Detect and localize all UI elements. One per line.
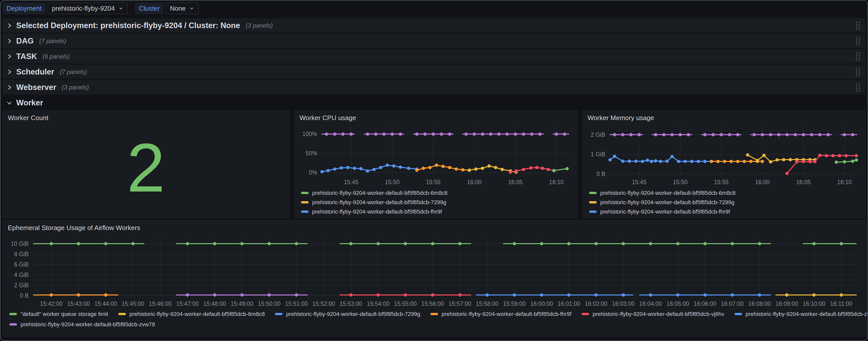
legend-item[interactable]: prehistoric-flyby-9204-worker-default-bf…: [301, 188, 577, 197]
legend-item[interactable]: "default" worker queue storage limit: [9, 309, 108, 319]
legend-label: prehistoric-flyby-9204-worker-default-bf…: [600, 209, 730, 215]
svg-text:16:02:00: 16:02:00: [585, 301, 608, 307]
cluster-variable-value: None: [170, 5, 186, 12]
worker-cpu-usage-panel: Worker CPU usage 15:4515:5015:5516:0016:…: [294, 110, 578, 218]
svg-text:15:56:00: 15:56:00: [421, 301, 444, 307]
ephemeral-storage-legend: "default" worker queue storage limitpreh…: [3, 309, 866, 329]
svg-text:15:45: 15:45: [344, 179, 359, 185]
chevron-right-icon: [6, 53, 13, 60]
legend-item[interactable]: prehistoric-flyby-9204-worker-default-bf…: [118, 309, 265, 319]
svg-text:15:55: 15:55: [714, 179, 728, 185]
legend-color-pill: [9, 323, 17, 326]
deployment-variable-dropdown[interactable]: prehistoric-flyby-9204: [48, 3, 128, 14]
drag-handle-icon[interactable]: [855, 36, 861, 45]
svg-text:16:05:00: 16:05:00: [666, 301, 689, 307]
legend-color-pill: [301, 192, 309, 194]
cluster-variable-label: Cluster: [135, 3, 164, 14]
svg-text:4 GiB: 4 GiB: [14, 272, 29, 278]
svg-text:15:59:00: 15:59:00: [503, 301, 526, 307]
panel-title: Worker CPU usage: [294, 111, 577, 123]
legend-item[interactable]: prehistoric-flyby-9204-worker-default-bf…: [589, 197, 865, 207]
svg-text:16:10: 16:10: [549, 179, 564, 185]
legend-item[interactable]: prehistoric-flyby-9204-worker-default-bf…: [275, 309, 420, 319]
legend-label: prehistoric-flyby-9204-worker-default-bf…: [129, 311, 265, 317]
stat-value: 2: [127, 133, 165, 202]
svg-text:16:03:00: 16:03:00: [612, 301, 635, 307]
legend-color-pill: [589, 211, 597, 213]
svg-text:15:54:00: 15:54:00: [367, 301, 390, 307]
svg-text:0 B: 0 B: [596, 171, 605, 177]
legend-label: prehistoric-flyby-9204-worker-default-bf…: [286, 311, 420, 317]
svg-text:6 GiB: 6 GiB: [14, 261, 29, 268]
svg-text:15:51:00: 15:51:00: [285, 301, 308, 307]
legend-item[interactable]: prehistoric-flyby-9204-worker-default-bf…: [430, 309, 571, 319]
legend-label: prehistoric-flyby-9204-worker-default-bf…: [442, 311, 571, 317]
legend-item[interactable]: prehistoric-flyby-9204-worker-default-bf…: [301, 197, 577, 207]
svg-text:16:11:00: 16:11:00: [830, 301, 852, 307]
ephemeral-storage-chart[interactable]: 15:42:0015:43:0015:44:0015:45:0015:46:00…: [7, 233, 863, 309]
legend-item[interactable]: prehistoric-flyby-9204-worker-default-bf…: [9, 320, 155, 329]
svg-text:16:00: 16:00: [467, 179, 482, 185]
grafana-dashboard: Deployment prehistoric-flyby-9204 Cluste…: [0, 0, 868, 341]
cluster-variable-dropdown[interactable]: None: [166, 3, 198, 14]
legend-item[interactable]: prehistoric-flyby-9204-worker-default-bf…: [301, 207, 577, 216]
svg-text:15:52:00: 15:52:00: [312, 301, 335, 307]
svg-text:15:45:00: 15:45:00: [122, 301, 145, 307]
legend-label: prehistoric-flyby-9204-worker-default-bf…: [746, 311, 868, 317]
worker-memory-usage-chart[interactable]: 15:4515:5015:5516:0016:0516:100 B1 GiB2 …: [587, 123, 862, 187]
deployment-variable-label: Deployment: [3, 3, 46, 14]
dashboard-row-worker[interactable]: Worker: [3, 95, 865, 110]
drag-handle-icon[interactable]: [855, 52, 861, 61]
chevron-right-icon: [6, 22, 13, 29]
legend-item[interactable]: prehistoric-flyby-9204-worker-default-bf…: [589, 207, 865, 216]
dashboard-row-scheduler[interactable]: Scheduler(7 panels): [3, 65, 865, 79]
drag-handle-icon[interactable]: [855, 83, 861, 92]
svg-text:2 GiB: 2 GiB: [14, 282, 29, 288]
svg-text:16:00: 16:00: [755, 179, 770, 185]
drag-handle-icon[interactable]: [855, 21, 861, 30]
row-panel-count: (3 panels): [246, 22, 273, 29]
svg-text:15:45: 15:45: [632, 179, 647, 185]
dashboard-row-dag[interactable]: DAG(7 panels): [3, 34, 865, 48]
worker-cpu-usage-chart[interactable]: 15:4515:5015:5516:0016:0516:100%50%100%: [299, 123, 574, 187]
legend-color-pill: [301, 201, 309, 204]
legend-color-pill: [9, 313, 17, 315]
row-panel-count: (7 panels): [39, 37, 66, 44]
ephemeral-storage-panel: Ephemeral Storage Usage of Airflow Worke…: [3, 220, 866, 337]
svg-text:50%: 50%: [306, 150, 317, 157]
chevron-right-icon: [6, 69, 13, 75]
svg-text:1 GiB: 1 GiB: [591, 151, 605, 158]
svg-text:15:46:00: 15:46:00: [149, 301, 172, 307]
legend-color-pill: [301, 211, 309, 213]
svg-text:15:50: 15:50: [385, 179, 400, 185]
dashboard-row-selected[interactable]: Selected Deployment: prehistoric-flyby-9…: [3, 18, 865, 33]
svg-text:15:48:00: 15:48:00: [204, 301, 226, 307]
svg-text:15:53:00: 15:53:00: [340, 301, 362, 307]
row-panel-count: (6 panels): [42, 53, 70, 60]
legend-color-pill: [582, 313, 589, 315]
row-title: Selected Deployment: prehistoric-flyby-9…: [16, 21, 240, 30]
svg-text:16:08:00: 16:08:00: [748, 301, 771, 307]
svg-text:16:07:00: 16:07:00: [721, 301, 744, 307]
legend-color-pill: [589, 192, 597, 194]
chevron-down-icon: [6, 99, 13, 106]
dashboard-row-webserver[interactable]: Webserver(3 panels): [3, 80, 865, 94]
svg-text:15:49:00: 15:49:00: [230, 301, 253, 307]
drag-handle-icon[interactable]: [855, 67, 861, 76]
svg-text:16:04:00: 16:04:00: [639, 301, 662, 307]
worker-count-panel: Worker Count 2: [3, 110, 289, 218]
legend-item[interactable]: prehistoric-flyby-9204-worker-default-bf…: [589, 188, 865, 197]
svg-text:16:05: 16:05: [796, 179, 811, 185]
legend-label: prehistoric-flyby-9204-worker-default-bf…: [312, 190, 447, 196]
dashboard-rows: Selected Deployment: prehistoric-flyby-9…: [3, 18, 865, 94]
svg-text:16:05: 16:05: [508, 179, 523, 185]
svg-text:15:57:00: 15:57:00: [448, 301, 471, 307]
legend-item[interactable]: prehistoric-flyby-9204-worker-default-bf…: [582, 309, 724, 319]
svg-text:15:50: 15:50: [673, 179, 688, 185]
legend-item[interactable]: prehistoric-flyby-9204-worker-default-bf…: [735, 309, 868, 319]
svg-text:16:10:00: 16:10:00: [803, 301, 826, 307]
chevron-right-icon: [6, 84, 13, 91]
svg-text:16:06:00: 16:06:00: [694, 301, 716, 307]
dashboard-row-task[interactable]: TASK(6 panels): [3, 49, 865, 64]
svg-text:16:10: 16:10: [837, 179, 852, 185]
